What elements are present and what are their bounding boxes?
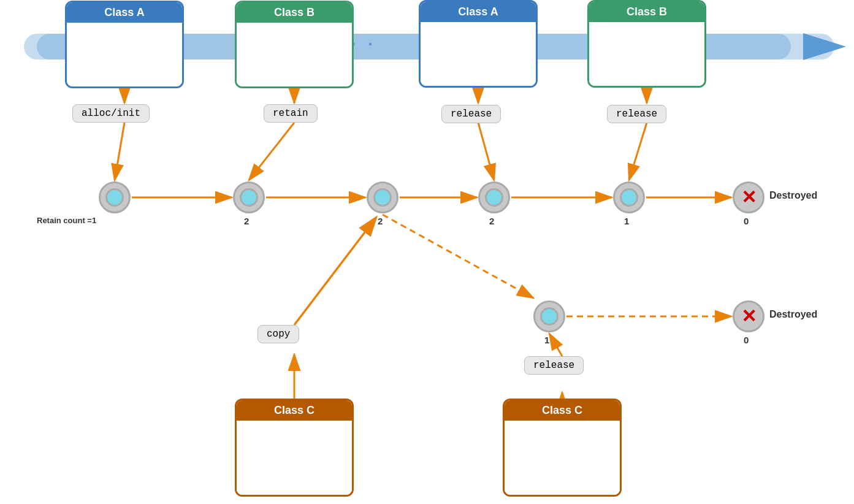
class-c1-box: Class C [235, 399, 354, 497]
rc-circle-5 [613, 181, 645, 213]
class-b1-box: Class B [235, 1, 354, 88]
class-c2-box: Class C [503, 399, 622, 497]
count-label-3: 2 [378, 216, 383, 226]
rc-circle-3 [367, 181, 398, 213]
class-a2-box: Class A [419, 0, 538, 88]
destroyed-circle-2: ✕ [733, 300, 764, 332]
count-label-4: 2 [489, 216, 494, 226]
retain-label: retain [264, 104, 318, 123]
rc-circle-1 [99, 181, 131, 213]
count-label-1: Retain count =1 [37, 216, 96, 225]
alloc-init-label: alloc/init [72, 104, 150, 123]
class-b2-header: Class B [589, 2, 704, 22]
svg-marker-5 [803, 33, 846, 60]
rc-circle-2 [233, 181, 265, 213]
class-c1-header: Class C [237, 400, 352, 421]
rc-circle-4 [478, 181, 510, 213]
release3-label: release [524, 356, 584, 375]
release1-label: release [441, 105, 501, 123]
count-label-5: 1 [624, 216, 629, 226]
svg-line-24 [549, 334, 562, 356]
svg-line-11 [478, 123, 494, 180]
destroyed-label-2: Destroyed [769, 309, 817, 320]
copy-label: copy [257, 325, 299, 343]
count-label-2: 2 [244, 216, 249, 226]
rc-circle-7 [533, 300, 565, 332]
class-b1-header: Class B [237, 2, 352, 23]
svg-line-7 [115, 123, 124, 180]
class-a1-box: Class A [65, 1, 184, 88]
class-a2-header: Class A [421, 2, 536, 22]
svg-line-9 [249, 123, 294, 180]
svg-line-13 [629, 123, 647, 180]
destroyed-label-1: Destroyed [769, 190, 817, 201]
class-a1-header: Class A [67, 2, 182, 23]
count-label-7: 1 [544, 335, 549, 345]
count-label-d2: 0 [744, 335, 749, 345]
svg-line-19 [383, 215, 533, 298]
diagram: · · · Class A Class B Class A Class B Cl… [0, 0, 854, 504]
class-b2-box: Class B [587, 0, 706, 88]
class-c2-header: Class C [505, 400, 620, 421]
svg-line-22 [294, 217, 376, 325]
count-label-d1: 0 [744, 216, 749, 226]
release2-label: release [607, 105, 666, 123]
destroyed-circle-1: ✕ [733, 181, 764, 213]
